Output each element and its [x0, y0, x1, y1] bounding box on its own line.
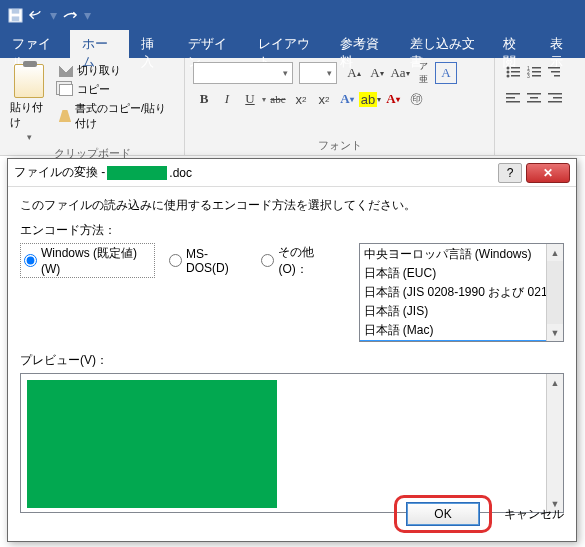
help-button[interactable]: ?	[498, 163, 522, 183]
encoding-item[interactable]: 中央ヨーロッパ言語 (Windows)	[360, 245, 564, 264]
text-effects-button[interactable]: A▾	[336, 88, 358, 110]
tab-references[interactable]: 参考資料	[328, 30, 398, 58]
svg-rect-1	[12, 8, 20, 13]
scroll-up-icon[interactable]: ▲	[547, 244, 563, 261]
underline-button[interactable]: U	[239, 88, 261, 110]
svg-rect-22	[530, 97, 538, 99]
tab-review[interactable]: 校閲	[491, 30, 538, 58]
italic-button[interactable]: I	[216, 88, 238, 110]
shrink-font-button[interactable]: A▾	[366, 62, 388, 84]
preview-label: プレビュー(V)：	[20, 352, 564, 369]
bold-button[interactable]: B	[193, 88, 215, 110]
scroll-up-icon[interactable]: ▲	[547, 374, 563, 391]
tab-design[interactable]: デザイン	[176, 30, 246, 58]
scroll-track[interactable]	[547, 391, 563, 495]
radio-other-input[interactable]	[261, 254, 274, 267]
radio-windows-input[interactable]	[24, 254, 37, 267]
encoding-item[interactable]: 日本語 (Mac)	[360, 321, 564, 340]
strike-button[interactable]: abc	[267, 88, 289, 110]
chevron-down-icon: ▾	[283, 68, 288, 78]
ok-button[interactable]: OK	[407, 503, 479, 525]
encoding-item-selected[interactable]: 日本語 (シフト JIS)	[360, 340, 564, 342]
brush-icon	[59, 110, 71, 122]
ribbon-tabs: ファイル ホーム 挿入 デザイン レイアウト 参考資料 差し込み文書 校閲 表示	[0, 30, 585, 58]
scroll-down-icon[interactable]: ▼	[547, 324, 563, 341]
svg-rect-2	[12, 16, 20, 21]
radio-windows[interactable]: Windows (既定値)(W)	[20, 243, 155, 278]
svg-rect-23	[527, 101, 541, 103]
dialog-title-suffix: .doc	[169, 166, 192, 180]
paste-label: 貼り付け	[10, 100, 49, 130]
save-icon[interactable]	[8, 8, 23, 23]
svg-rect-25	[553, 97, 562, 99]
svg-rect-19	[506, 97, 515, 99]
word-titlebar: ▾ ▾	[0, 0, 585, 30]
radio-msdos[interactable]: MS-DOS(D)	[169, 247, 247, 275]
enclose-char-button[interactable]: ㊞	[405, 88, 427, 110]
paste-button[interactable]: 貼り付け ▾	[8, 62, 51, 144]
copy-button[interactable]: コピー	[57, 81, 176, 98]
align-right-button[interactable]	[545, 88, 565, 108]
format-painter-button[interactable]: 書式のコピー/貼り付け	[57, 100, 176, 132]
redo-icon[interactable]	[63, 9, 78, 21]
chevron-down-icon[interactable]: ▾	[262, 95, 266, 104]
paste-icon	[14, 64, 44, 98]
format-painter-label: 書式のコピー/貼り付け	[75, 101, 174, 131]
paste-dropdown-icon[interactable]: ▾	[27, 132, 32, 142]
preview-scrollbar[interactable]: ▲ ▼	[546, 374, 563, 512]
svg-rect-18	[506, 93, 520, 95]
qat-customize-icon[interactable]: ▾	[84, 7, 91, 23]
dialog-titlebar: ファイルの変換 - .doc ? ✕	[8, 159, 576, 187]
scroll-track[interactable]	[547, 261, 563, 324]
svg-rect-15	[548, 67, 560, 69]
font-color-button[interactable]: A▾	[382, 88, 404, 110]
undo-icon[interactable]	[29, 9, 44, 21]
tab-insert[interactable]: 挿入	[129, 30, 176, 58]
radio-msdos-input[interactable]	[169, 254, 182, 267]
bullets-button[interactable]	[503, 62, 523, 82]
svg-rect-26	[548, 101, 562, 103]
copy-icon	[59, 84, 73, 96]
svg-rect-16	[551, 71, 560, 73]
radio-msdos-label: MS-DOS(D)	[186, 247, 247, 275]
encoding-item[interactable]: 日本語 (JIS 0208-1990 および 0212	[360, 283, 564, 302]
tab-file[interactable]: ファイル	[0, 30, 70, 58]
encoding-item[interactable]: 日本語 (EUC)	[360, 264, 564, 283]
character-border-button[interactable]: A	[435, 62, 457, 84]
cut-button[interactable]: 切り取り	[57, 62, 176, 79]
close-button[interactable]: ✕	[526, 163, 570, 183]
numbering-button[interactable]: 123	[524, 62, 544, 82]
svg-rect-17	[554, 75, 560, 77]
encoding-method-label: エンコード方法：	[20, 222, 564, 239]
tab-layout[interactable]: レイアウト	[246, 30, 328, 58]
tab-mailings[interactable]: 差し込み文書	[398, 30, 491, 58]
svg-rect-21	[527, 93, 541, 95]
phonetic-guide-button[interactable]: ア亜	[412, 62, 434, 84]
svg-rect-4	[511, 67, 520, 69]
encoding-item[interactable]: 日本語 (JIS)	[360, 302, 564, 321]
font-name-select[interactable]: ▾	[193, 62, 293, 84]
align-left-button[interactable]	[503, 88, 523, 108]
superscript-button[interactable]: x2	[313, 88, 335, 110]
listbox-scrollbar[interactable]: ▲ ▼	[546, 244, 563, 341]
grow-font-button[interactable]: A▴	[343, 62, 365, 84]
radio-other[interactable]: その他(O)：	[261, 244, 340, 278]
svg-rect-14	[532, 75, 541, 77]
tab-view[interactable]: 表示	[538, 30, 585, 58]
change-case-button[interactable]: Aa▾	[389, 62, 411, 84]
encoding-listbox[interactable]: 中央ヨーロッパ言語 (Windows) 日本語 (EUC) 日本語 (JIS 0…	[359, 243, 565, 342]
chevron-down-icon: ▾	[327, 68, 332, 78]
cancel-button[interactable]: キャンセル	[504, 506, 564, 523]
align-center-button[interactable]	[524, 88, 544, 108]
undo-dropdown-icon[interactable]: ▾	[50, 7, 57, 23]
tab-home[interactable]: ホーム	[70, 30, 129, 58]
svg-text:3: 3	[527, 73, 530, 78]
multilevel-list-button[interactable]	[545, 62, 565, 82]
subscript-button[interactable]: x2	[290, 88, 312, 110]
font-size-select[interactable]: ▾	[299, 62, 337, 84]
redacted-filename	[107, 166, 167, 180]
copy-label: コピー	[77, 82, 110, 97]
highlight-button[interactable]: ab▾	[359, 88, 381, 110]
svg-rect-24	[548, 93, 562, 95]
dialog-message: このファイルの読み込みに使用するエンコード方法を選択してください。	[20, 197, 564, 214]
